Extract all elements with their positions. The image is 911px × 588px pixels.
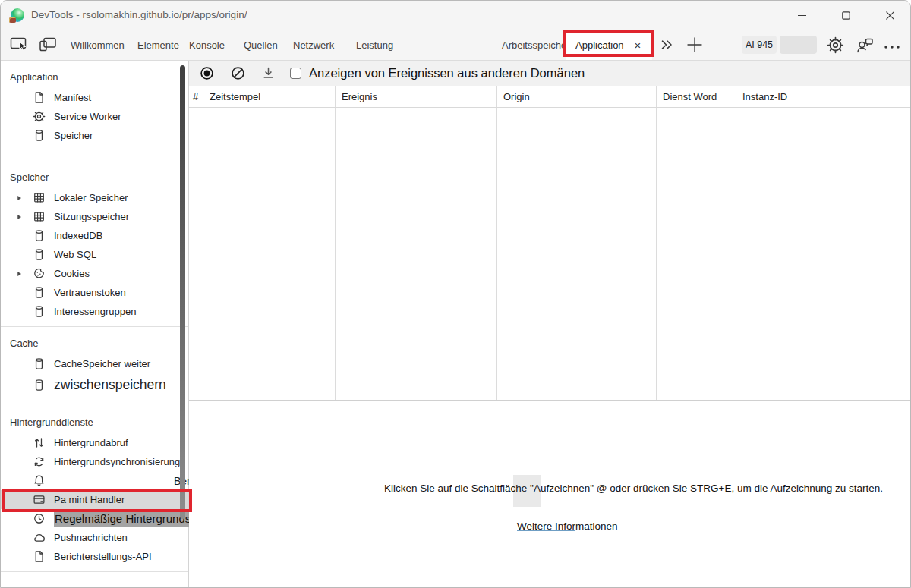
- expander-triangle-icon[interactable]: [16, 194, 23, 202]
- column-dienst-word[interactable]: Dienst Word: [657, 86, 736, 107]
- feedback-person-icon[interactable]: [856, 36, 875, 57]
- database-icon: [33, 305, 46, 318]
- empty-state-message: Klicken Sie auf die Schaltfläche "Aufzei…: [384, 483, 883, 494]
- column-zeitstempel[interactable]: Zeitstempel: [203, 86, 336, 107]
- section-title: Cache: [1, 338, 188, 354]
- item-label: Berichterstellungs-API: [54, 551, 152, 562]
- block-clear-icon[interactable]: [231, 66, 245, 80]
- item-label: Pushnachrichten: [54, 532, 128, 543]
- minimize-icon: [798, 11, 806, 20]
- tab-quellen[interactable]: Quellen: [244, 39, 278, 51]
- sidebar-scrollbar[interactable]: [180, 65, 185, 519]
- document-icon: [33, 91, 46, 104]
- item-label: Hintergrundsynchronisierung: [54, 456, 180, 467]
- add-tab-icon[interactable]: [686, 36, 703, 56]
- events-table-body: [189, 108, 910, 401]
- sidebar-item-zwischenspeichern[interactable]: zwischenspeichern: [1, 373, 188, 396]
- table-cell: [189, 108, 203, 400]
- sidebar-item-indexeddb[interactable]: IndexedDB: [1, 226, 188, 245]
- link-text-rest: mationen: [575, 520, 618, 532]
- table-cell: [203, 108, 336, 400]
- sidebar-item-vertrauenstoken[interactable]: Vertrauenstoken: [1, 283, 188, 302]
- section-application: Application Manifest Service Worker Spei…: [1, 61, 188, 162]
- tab-leistung[interactable]: Leistung: [356, 39, 393, 51]
- section-title: Hintergrunddienste: [1, 417, 188, 433]
- sidebar-item-interessengruppen[interactable]: Interessengruppen: [1, 302, 188, 321]
- title-bar: DevTools - rsolomakhin.github.io/pr/apps…: [1, 1, 910, 30]
- sidebar-item-service-worker[interactable]: Service Worker: [1, 107, 188, 126]
- maximize-button[interactable]: [834, 5, 857, 25]
- device-toolbar-icon[interactable]: [39, 36, 58, 55]
- up-down-arrows-icon: [33, 436, 46, 449]
- column-ereignis[interactable]: Ereignis: [336, 86, 497, 107]
- tab-arbeitsspeicher[interactable]: Arbeitsspeicher: [502, 39, 570, 51]
- show-other-domains-label[interactable]: Anzeigen von Ereignissen aus anderen Dom…: [309, 66, 585, 80]
- devtools-tab-bar: Willkommen Elemente Konsole Quellen Netz…: [1, 30, 910, 61]
- close-button[interactable]: [878, 5, 901, 25]
- placeholder-box: [513, 475, 541, 507]
- database-icon: [33, 357, 46, 370]
- table-cell: [736, 108, 910, 400]
- item-label: zwischenspeichern: [54, 377, 166, 393]
- item-label: CacheSpeicher weiter: [54, 358, 150, 369]
- cookie-icon: [33, 267, 46, 280]
- column-number[interactable]: #: [189, 86, 203, 107]
- item-label: Manifest: [54, 92, 91, 103]
- tab-netzwerk[interactable]: Netzwerk: [293, 39, 334, 51]
- item-label: Lokaler Speicher: [54, 192, 128, 203]
- empty-badge[interactable]: [780, 36, 817, 54]
- edge-dev-logo-icon: [11, 8, 24, 22]
- sidebar-item-cachespeicher[interactable]: CacheSpeicher weiter: [1, 354, 188, 373]
- item-label: IndexedDB: [54, 230, 102, 241]
- tab-willkommen[interactable]: Willkommen: [71, 39, 125, 51]
- devtools-window: DevTools - rsolomakhin.github.io/pr/apps…: [0, 0, 911, 588]
- sidebar-item-berichterstellungs-api[interactable]: Berichterstellungs-API: [1, 547, 188, 566]
- section-cache: Cache CacheSpeicher weiter zwischenspeic…: [1, 327, 188, 410]
- more-options-icon[interactable]: [883, 40, 901, 54]
- item-label: Sitzungsspeicher: [54, 211, 129, 222]
- maximize-icon: [842, 11, 850, 20]
- annotation-box-application-tab: [563, 30, 654, 57]
- column-instanz-id[interactable]: Instanz-ID: [736, 86, 910, 107]
- download-icon[interactable]: [262, 67, 275, 80]
- expander-triangle-icon[interactable]: [16, 213, 23, 221]
- sidebar-item-sitzungsspeicher[interactable]: Sitzungsspeicher: [1, 207, 188, 226]
- column-origin[interactable]: Origin: [497, 86, 657, 107]
- sidebar-item-speicher[interactable]: Speicher: [1, 126, 188, 145]
- table-icon: [33, 210, 46, 223]
- database-icon: [33, 248, 46, 261]
- tab-konsole[interactable]: Konsole: [189, 39, 225, 51]
- sidebar-item-web-sql[interactable]: Web SQL: [1, 245, 188, 264]
- sidebar-item-pushnachrichten[interactable]: Pushnachrichten: [1, 528, 188, 547]
- tab-elemente[interactable]: Elemente: [137, 39, 179, 51]
- sidebar-item-hintergrundabruf[interactable]: Hintergrundabruf: [1, 433, 188, 452]
- sidebar-item-benachrichtigungen[interactable]: Benachrichtigungen: [1, 471, 188, 490]
- sidebar-item-lokaler-speicher[interactable]: Lokaler Speicher: [1, 188, 188, 207]
- ai-badge[interactable]: AI 945: [742, 36, 777, 54]
- settings-gear-icon[interactable]: [827, 36, 844, 57]
- learn-more-link[interactable]: Weitere Informationen: [517, 520, 618, 532]
- item-label: Vertrauenstoken: [54, 287, 126, 298]
- item-label: Hintergrundabruf: [54, 437, 128, 448]
- item-label: Web SQL: [54, 249, 96, 260]
- sidebar-item-manifest[interactable]: Manifest: [1, 88, 188, 107]
- show-other-domains-checkbox[interactable]: [290, 68, 301, 79]
- table-cell: [657, 108, 736, 400]
- expander-triangle-icon[interactable]: [16, 270, 23, 278]
- background-services-panel: Anzeigen von Ereignissen aus anderen Dom…: [189, 61, 910, 587]
- section-speicher: Speicher Lokaler Speicher Sitzungsspeich…: [1, 162, 188, 327]
- annotation-box-payment-handler: [2, 489, 192, 512]
- events-toolbar: Anzeigen von Ereignissen aus anderen Dom…: [189, 61, 910, 86]
- sidebar-item-hintergrundsynchronisierung[interactable]: Hintergrundsynchronisierung: [1, 452, 188, 471]
- window-title: DevTools - rsolomakhin.github.io/pr/apps…: [31, 9, 247, 20]
- inspect-icon[interactable]: [10, 36, 29, 55]
- clock-icon: [33, 512, 46, 525]
- sidebar-item-cookies[interactable]: Cookies: [1, 264, 188, 283]
- bell-icon: [33, 474, 46, 487]
- chevron-double-right-icon[interactable]: [660, 39, 673, 54]
- refresh-icon: [33, 455, 46, 468]
- record-icon[interactable]: [200, 66, 214, 80]
- minimize-button[interactable]: [790, 5, 813, 25]
- item-label: Speicher: [54, 130, 93, 141]
- gear-icon: [33, 110, 46, 123]
